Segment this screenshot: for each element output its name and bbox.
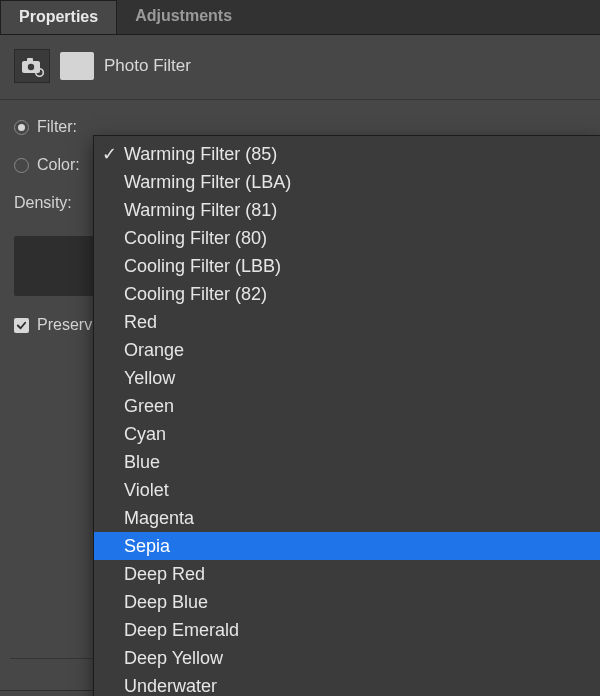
filter-option-label: Sepia (124, 536, 170, 557)
filter-option-label: Cyan (124, 424, 166, 445)
filter-option[interactable]: Underwater (94, 672, 600, 696)
filter-option[interactable]: Deep Yellow (94, 644, 600, 672)
density-label: Density: (14, 194, 72, 212)
filter-option[interactable]: Yellow (94, 364, 600, 392)
filter-option-label: Cooling Filter (82) (124, 284, 267, 305)
filter-option[interactable]: Deep Blue (94, 588, 600, 616)
filter-option[interactable]: Cooling Filter (80) (94, 224, 600, 252)
filter-option-label: Cooling Filter (80) (124, 228, 267, 249)
filter-option-label: Warming Filter (85) (124, 144, 277, 165)
tab-adjustments[interactable]: Adjustments (117, 0, 250, 34)
filter-option-label: Magenta (124, 508, 194, 529)
properties-panel: Photo Filter Filter: Color: Density: Pre… (0, 35, 600, 696)
filter-option-label: Yellow (124, 368, 175, 389)
filter-option[interactable]: Cooling Filter (LBB) (94, 252, 600, 280)
filter-option[interactable]: Violet (94, 476, 600, 504)
filter-option[interactable]: Cyan (94, 420, 600, 448)
filter-option-label: Warming Filter (LBA) (124, 172, 291, 193)
filter-option[interactable]: Magenta (94, 504, 600, 532)
filter-option-label: Violet (124, 480, 169, 501)
filter-option-label: Orange (124, 340, 184, 361)
svg-point-2 (27, 63, 35, 71)
color-radio[interactable] (14, 158, 29, 173)
layer-mask-icon[interactable] (60, 52, 94, 80)
panel-header: Photo Filter (0, 45, 600, 100)
filter-option[interactable]: ✓Warming Filter (85) (94, 140, 600, 168)
filter-radio-row[interactable]: Filter: (14, 118, 586, 136)
filter-radio[interactable] (14, 120, 29, 135)
panel-title: Photo Filter (104, 56, 191, 76)
filter-option-label: Deep Yellow (124, 648, 223, 669)
filter-dropdown-menu[interactable]: ✓Warming Filter (85)Warming Filter (LBA)… (93, 135, 600, 696)
svg-rect-1 (27, 58, 33, 62)
filter-option-label: Deep Blue (124, 592, 208, 613)
tab-bar: Properties Adjustments (0, 0, 600, 35)
checkmark-icon: ✓ (102, 143, 124, 165)
filter-option[interactable]: Blue (94, 448, 600, 476)
filter-label: Filter: (37, 118, 77, 136)
filter-option-label: Deep Emerald (124, 620, 239, 641)
filter-option[interactable]: Green (94, 392, 600, 420)
filter-option-label: Red (124, 312, 157, 333)
filter-option[interactable]: Warming Filter (81) (94, 196, 600, 224)
filter-option[interactable]: Warming Filter (LBA) (94, 168, 600, 196)
tab-properties[interactable]: Properties (0, 0, 117, 34)
filter-option[interactable]: Red (94, 308, 600, 336)
filter-option-label: Deep Red (124, 564, 205, 585)
preserve-luminosity-checkbox[interactable] (14, 318, 29, 333)
filter-option-label: Warming Filter (81) (124, 200, 277, 221)
photo-filter-icon[interactable] (14, 49, 50, 83)
filter-option[interactable]: Deep Emerald (94, 616, 600, 644)
filter-option-label: Blue (124, 452, 160, 473)
filter-option[interactable]: Deep Red (94, 560, 600, 588)
filter-option[interactable]: Cooling Filter (82) (94, 280, 600, 308)
color-label: Color: (37, 156, 80, 174)
filter-option-label: Cooling Filter (LBB) (124, 256, 281, 277)
filter-option-label: Underwater (124, 676, 217, 697)
filter-option[interactable]: Orange (94, 336, 600, 364)
filter-option[interactable]: Sepia (94, 532, 600, 560)
filter-option-label: Green (124, 396, 174, 417)
